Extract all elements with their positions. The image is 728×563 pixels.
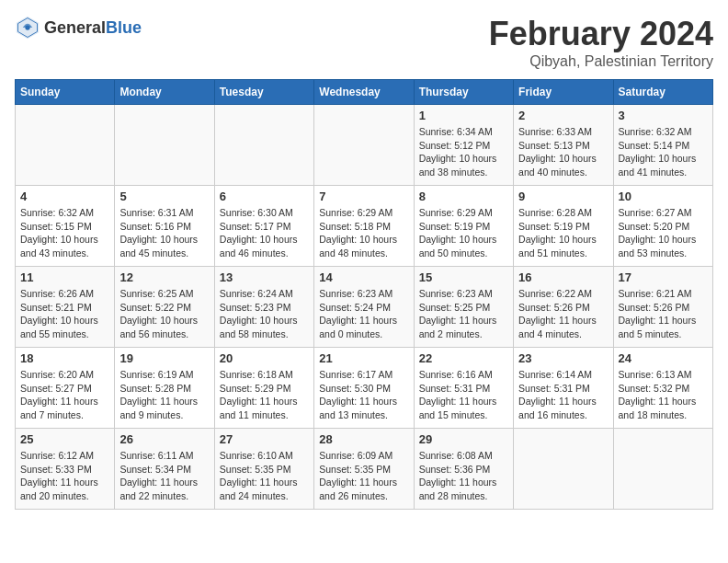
- logo-blue: Blue: [106, 18, 142, 37]
- day-number: 20: [220, 351, 309, 365]
- day-number: 13: [220, 270, 309, 284]
- calendar-cell: 2Sunrise: 6:33 AM Sunset: 5:13 PM Daylig…: [514, 105, 613, 186]
- logo-general: General: [44, 18, 106, 37]
- cell-content: Sunrise: 6:09 AM Sunset: 5:35 PM Dayligh…: [319, 449, 408, 503]
- cell-content: Sunrise: 6:34 AM Sunset: 5:12 PM Dayligh…: [419, 125, 508, 179]
- cell-content: Sunrise: 6:14 AM Sunset: 5:31 PM Dayligh…: [518, 368, 608, 422]
- day-number: 21: [319, 351, 408, 365]
- cell-content: Sunrise: 6:23 AM Sunset: 5:25 PM Dayligh…: [419, 287, 508, 341]
- weekday-header-thursday: Thursday: [414, 80, 513, 105]
- cell-content: Sunrise: 6:13 AM Sunset: 5:32 PM Dayligh…: [619, 368, 708, 422]
- cell-content: Sunrise: 6:12 AM Sunset: 5:33 PM Dayligh…: [20, 449, 109, 503]
- calendar-cell: 18Sunrise: 6:20 AM Sunset: 5:27 PM Dayli…: [16, 348, 115, 429]
- calendar-cell: [214, 105, 313, 186]
- day-number: 4: [20, 190, 109, 203]
- cell-content: Sunrise: 6:17 AM Sunset: 5:30 PM Dayligh…: [319, 368, 408, 422]
- cell-content: Sunrise: 6:32 AM Sunset: 5:14 PM Dayligh…: [619, 125, 708, 179]
- weekday-header-monday: Monday: [115, 80, 214, 105]
- calendar-cell: 16Sunrise: 6:22 AM Sunset: 5:26 PM Dayli…: [514, 267, 613, 348]
- location-title: Qibyah, Palestinian Territory: [489, 53, 713, 70]
- calendar-cell: 19Sunrise: 6:19 AM Sunset: 5:28 PM Dayli…: [115, 348, 214, 429]
- day-number: 27: [220, 432, 309, 446]
- day-number: 28: [319, 432, 408, 446]
- day-number: 7: [319, 190, 408, 203]
- calendar-cell: 23Sunrise: 6:14 AM Sunset: 5:31 PM Dayli…: [514, 348, 613, 429]
- day-number: 19: [119, 351, 209, 365]
- calendar-cell: [613, 429, 712, 510]
- cell-content: Sunrise: 6:22 AM Sunset: 5:26 PM Dayligh…: [518, 287, 608, 341]
- cell-content: Sunrise: 6:31 AM Sunset: 5:16 PM Dayligh…: [119, 206, 209, 260]
- day-number: 14: [319, 270, 408, 284]
- day-number: 22: [419, 351, 508, 365]
- calendar-week-3: 11Sunrise: 6:26 AM Sunset: 5:21 PM Dayli…: [16, 267, 713, 348]
- calendar-cell: 13Sunrise: 6:24 AM Sunset: 5:23 PM Dayli…: [214, 267, 313, 348]
- logo-icon: [15, 15, 40, 40]
- svg-point-2: [25, 25, 29, 29]
- day-number: 18: [20, 351, 109, 365]
- day-number: 23: [518, 351, 608, 365]
- day-number: 16: [518, 270, 608, 284]
- calendar-week-2: 4Sunrise: 6:32 AM Sunset: 5:15 PM Daylig…: [16, 186, 713, 267]
- day-number: 15: [419, 270, 508, 284]
- day-number: 12: [119, 270, 209, 284]
- day-number: 11: [20, 270, 109, 284]
- cell-content: Sunrise: 6:24 AM Sunset: 5:23 PM Dayligh…: [220, 287, 309, 341]
- cell-content: Sunrise: 6:08 AM Sunset: 5:36 PM Dayligh…: [419, 449, 508, 503]
- calendar-cell: 24Sunrise: 6:13 AM Sunset: 5:32 PM Dayli…: [613, 348, 712, 429]
- cell-content: Sunrise: 6:29 AM Sunset: 5:19 PM Dayligh…: [419, 206, 508, 260]
- calendar-cell: [115, 105, 214, 186]
- day-number: 8: [419, 190, 508, 203]
- calendar-cell: 7Sunrise: 6:29 AM Sunset: 5:18 PM Daylig…: [314, 186, 414, 267]
- calendar-cell: 12Sunrise: 6:25 AM Sunset: 5:22 PM Dayli…: [115, 267, 214, 348]
- calendar-cell: 1Sunrise: 6:34 AM Sunset: 5:12 PM Daylig…: [414, 105, 513, 186]
- cell-content: Sunrise: 6:27 AM Sunset: 5:20 PM Dayligh…: [619, 206, 708, 260]
- day-number: 25: [20, 432, 109, 446]
- day-number: 6: [220, 190, 309, 203]
- calendar-week-1: 1Sunrise: 6:34 AM Sunset: 5:12 PM Daylig…: [16, 105, 713, 186]
- calendar-cell: [314, 105, 414, 186]
- calendar-cell: 29Sunrise: 6:08 AM Sunset: 5:36 PM Dayli…: [414, 429, 513, 510]
- cell-content: Sunrise: 6:20 AM Sunset: 5:27 PM Dayligh…: [20, 368, 109, 422]
- day-number: 10: [619, 190, 708, 203]
- calendar-cell: [514, 429, 613, 510]
- calendar-cell: 3Sunrise: 6:32 AM Sunset: 5:14 PM Daylig…: [613, 105, 712, 186]
- calendar-cell: 25Sunrise: 6:12 AM Sunset: 5:33 PM Dayli…: [16, 429, 115, 510]
- cell-content: Sunrise: 6:18 AM Sunset: 5:29 PM Dayligh…: [220, 368, 309, 422]
- cell-content: Sunrise: 6:30 AM Sunset: 5:17 PM Dayligh…: [220, 206, 309, 260]
- weekday-header-saturday: Saturday: [613, 80, 712, 105]
- calendar-cell: 4Sunrise: 6:32 AM Sunset: 5:15 PM Daylig…: [16, 186, 115, 267]
- calendar-cell: 20Sunrise: 6:18 AM Sunset: 5:29 PM Dayli…: [214, 348, 313, 429]
- weekday-header-sunday: Sunday: [16, 80, 115, 105]
- cell-content: Sunrise: 6:11 AM Sunset: 5:34 PM Dayligh…: [119, 449, 209, 503]
- cell-content: Sunrise: 6:19 AM Sunset: 5:28 PM Dayligh…: [119, 368, 209, 422]
- calendar-table: SundayMondayTuesdayWednesdayThursdayFrid…: [15, 79, 713, 510]
- weekday-header-row: SundayMondayTuesdayWednesdayThursdayFrid…: [16, 80, 713, 105]
- logo-text: GeneralBlue: [44, 18, 142, 38]
- day-number: 5: [119, 190, 209, 203]
- day-number: 2: [518, 109, 608, 122]
- day-number: 1: [419, 109, 508, 122]
- calendar-cell: 27Sunrise: 6:10 AM Sunset: 5:35 PM Dayli…: [214, 429, 313, 510]
- calendar-body: 1Sunrise: 6:34 AM Sunset: 5:12 PM Daylig…: [16, 105, 713, 510]
- title-section: February 2024 Qibyah, Palestinian Territ…: [489, 15, 713, 70]
- cell-content: Sunrise: 6:29 AM Sunset: 5:18 PM Dayligh…: [319, 206, 408, 260]
- cell-content: Sunrise: 6:10 AM Sunset: 5:35 PM Dayligh…: [220, 449, 309, 503]
- calendar-cell: 21Sunrise: 6:17 AM Sunset: 5:30 PM Dayli…: [314, 348, 414, 429]
- calendar-week-4: 18Sunrise: 6:20 AM Sunset: 5:27 PM Dayli…: [16, 348, 713, 429]
- weekday-header-friday: Friday: [514, 80, 613, 105]
- cell-content: Sunrise: 6:32 AM Sunset: 5:15 PM Dayligh…: [20, 206, 109, 260]
- day-number: 29: [419, 432, 508, 446]
- calendar-cell: 14Sunrise: 6:23 AM Sunset: 5:24 PM Dayli…: [314, 267, 414, 348]
- day-number: 26: [119, 432, 209, 446]
- calendar-week-5: 25Sunrise: 6:12 AM Sunset: 5:33 PM Dayli…: [16, 429, 713, 510]
- month-title: February 2024: [489, 15, 713, 53]
- calendar-cell: 8Sunrise: 6:29 AM Sunset: 5:19 PM Daylig…: [414, 186, 513, 267]
- calendar-cell: 26Sunrise: 6:11 AM Sunset: 5:34 PM Dayli…: [115, 429, 214, 510]
- calendar-cell: 5Sunrise: 6:31 AM Sunset: 5:16 PM Daylig…: [115, 186, 214, 267]
- cell-content: Sunrise: 6:21 AM Sunset: 5:26 PM Dayligh…: [619, 287, 708, 341]
- calendar-cell: 17Sunrise: 6:21 AM Sunset: 5:26 PM Dayli…: [613, 267, 712, 348]
- calendar-cell: 6Sunrise: 6:30 AM Sunset: 5:17 PM Daylig…: [214, 186, 313, 267]
- calendar-cell: 22Sunrise: 6:16 AM Sunset: 5:31 PM Dayli…: [414, 348, 513, 429]
- cell-content: Sunrise: 6:28 AM Sunset: 5:19 PM Dayligh…: [518, 206, 608, 260]
- day-number: 17: [619, 270, 708, 284]
